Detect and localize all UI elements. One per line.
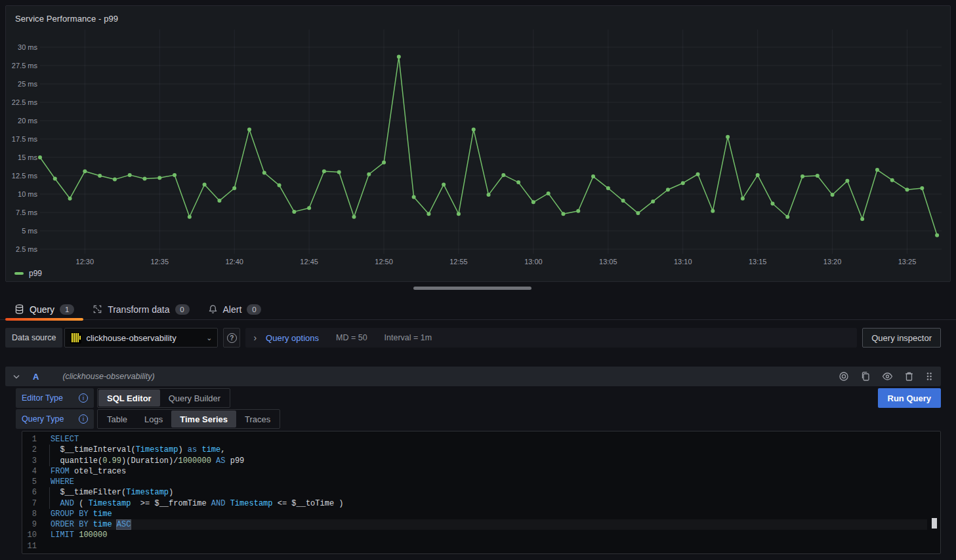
svg-text:7.5 ms: 7.5 ms	[16, 209, 38, 216]
legend-swatch	[14, 272, 24, 275]
code-line: quantile(0.99)(Duration)/1000000 AS p99	[51, 456, 927, 466]
editor-type-option-sql-editor[interactable]: SQL Editor	[98, 390, 160, 407]
query-toolbar: Data source clickhouse-observability ⌄ ?…	[5, 328, 941, 348]
transform-icon	[93, 304, 102, 314]
panel-editor-tabbar: Query 1 Transform data 0 Alert 0	[0, 298, 956, 320]
code-line: FROM otel_traces	[51, 466, 927, 477]
query-options-md: MD = 50	[336, 333, 367, 342]
editor-type-label-box: Editor Type i	[16, 388, 94, 408]
tab-transform-count-badge: 0	[175, 304, 190, 315]
editor-type-switcher: SQL Editor Query Builder	[97, 388, 230, 408]
editor-type-row: Editor Type i SQL Editor Query Builder R…	[16, 388, 941, 408]
tab-transform-data[interactable]: Transform data 0	[83, 298, 198, 320]
info-icon[interactable]: i	[79, 414, 88, 424]
clickhouse-logo-icon	[70, 332, 81, 344]
query-type-label: Query Type	[22, 414, 64, 424]
svg-text:12:55: 12:55	[449, 258, 468, 266]
code-lines: SELECT $__timeInterval(Timestamp) as tim…	[51, 434, 927, 551]
svg-text:12:35: 12:35	[151, 258, 169, 266]
svg-text:5 ms: 5 ms	[22, 227, 37, 235]
datasource-select[interactable]: clickhouse-observability ⌄	[64, 328, 218, 348]
svg-text:13:00: 13:00	[524, 258, 543, 266]
code-line: $__timeInterval(Timestamp) as time,	[51, 445, 927, 455]
query-type-option-traces[interactable]: Traces	[236, 410, 279, 428]
line-number-gutter: 1234567891011	[22, 434, 37, 551]
query-options-interval: Interval = 1m	[384, 333, 432, 342]
drag-handle-icon[interactable]	[925, 371, 933, 382]
query-row-header[interactable]: A (clickhouse-observability)	[5, 367, 941, 386]
query-type-label-box: Query Type i	[16, 409, 94, 429]
tab-alert-label: Alert	[223, 304, 242, 315]
info-icon[interactable]: i	[79, 393, 88, 403]
chevron-down-icon: ⌄	[206, 334, 212, 342]
query-type-switcher: Table Logs Time Series Traces	[97, 409, 280, 429]
overview-ruler-cursor	[932, 518, 937, 529]
svg-text:27.5 ms: 27.5 ms	[12, 62, 38, 70]
query-type-option-logs[interactable]: Logs	[136, 410, 171, 428]
help-icon: ?	[227, 333, 237, 343]
query-type-row: Query Type i Table Logs Time Series Trac…	[16, 409, 941, 429]
eye-icon[interactable]	[882, 371, 893, 382]
svg-text:13:25: 13:25	[898, 258, 917, 266]
code-line: LIMIT 100000	[51, 530, 927, 540]
svg-text:12:40: 12:40	[225, 258, 243, 266]
query-ref-id: A	[33, 372, 39, 382]
code-line: $__timeFilter(Timestamp)	[51, 487, 927, 498]
svg-text:12:50: 12:50	[375, 258, 393, 266]
svg-text:22.5 ms: 22.5 ms	[12, 98, 38, 106]
svg-text:15 ms: 15 ms	[18, 153, 37, 161]
svg-text:12.5 ms: 12.5 ms	[12, 172, 38, 180]
datasource-select-value: clickhouse-observability	[86, 333, 201, 343]
panel-title: Service Performance - p99	[15, 14, 118, 24]
legend-item-p99[interactable]: p99	[14, 269, 42, 278]
sql-code-editor[interactable]: 1234567891011 SELECT $__timeInterval(Tim…	[22, 431, 941, 554]
editor-type-option-query-builder[interactable]: Query Builder	[160, 390, 229, 407]
svg-text:13:20: 13:20	[823, 258, 842, 266]
editor-type-label: Editor Type	[22, 393, 63, 403]
code-line: AND ( Timestamp >= $__fromTime AND Times…	[51, 498, 927, 509]
query-type-option-table[interactable]: Table	[98, 410, 136, 428]
datasource-help-button[interactable]: ?	[223, 328, 240, 348]
bell-icon	[208, 304, 218, 314]
database-icon	[14, 304, 24, 314]
tab-query[interactable]: Query 1	[5, 298, 83, 320]
record-circle-icon[interactable]	[839, 371, 849, 382]
svg-text:13:15: 13:15	[749, 258, 767, 266]
tab-query-label: Query	[30, 304, 54, 315]
horizontal-scrollbar-thumb[interactable]	[413, 287, 531, 290]
collapse-chevron-icon[interactable]	[13, 374, 20, 379]
svg-text:2.5 ms: 2.5 ms	[16, 245, 38, 253]
chevron-right-icon[interactable]: ›	[253, 332, 257, 343]
query-options-toggle[interactable]: Query options	[266, 333, 319, 343]
duplicate-query-icon[interactable]	[860, 371, 871, 382]
code-line	[51, 541, 927, 551]
svg-text:12:30: 12:30	[76, 258, 94, 266]
timeseries-panel: 30 ms27.5 ms25 ms22.5 ms20 ms17.5 ms15 m…	[5, 5, 951, 282]
legend-label: p99	[29, 269, 42, 278]
code-line: ORDER BY time ASC	[51, 519, 927, 530]
query-type-option-time-series[interactable]: Time Series	[171, 410, 236, 428]
datasource-label: Data source	[5, 328, 62, 348]
timeseries-chart[interactable]: 30 ms27.5 ms25 ms22.5 ms20 ms17.5 ms15 m…	[6, 6, 950, 281]
svg-text:20 ms: 20 ms	[18, 117, 37, 125]
svg-text:12:45: 12:45	[300, 258, 318, 266]
svg-text:25 ms: 25 ms	[18, 80, 37, 88]
svg-text:13:05: 13:05	[599, 258, 617, 266]
tab-query-count-badge: 1	[60, 304, 74, 315]
svg-text:10 ms: 10 ms	[18, 190, 37, 198]
code-line: WHERE	[51, 477, 927, 487]
query-datasource-hint: (clickhouse-observability)	[62, 372, 154, 381]
query-options-bar: › Query options MD = 50 Interval = 1m	[245, 328, 857, 348]
tab-alert[interactable]: Alert 0	[199, 298, 271, 320]
code-line: SELECT	[51, 434, 927, 445]
run-query-button[interactable]: Run Query	[878, 388, 941, 408]
query-row-actions	[839, 371, 933, 382]
svg-text:30 ms: 30 ms	[18, 43, 37, 51]
svg-text:17.5 ms: 17.5 ms	[12, 135, 38, 143]
svg-text:13:10: 13:10	[674, 258, 692, 266]
code-line: GROUP BY time	[51, 509, 927, 519]
trash-icon[interactable]	[904, 371, 914, 382]
tab-transform-label: Transform data	[108, 304, 169, 315]
tab-alert-count-badge: 0	[247, 304, 261, 315]
query-inspector-button[interactable]: Query inspector	[862, 328, 941, 348]
